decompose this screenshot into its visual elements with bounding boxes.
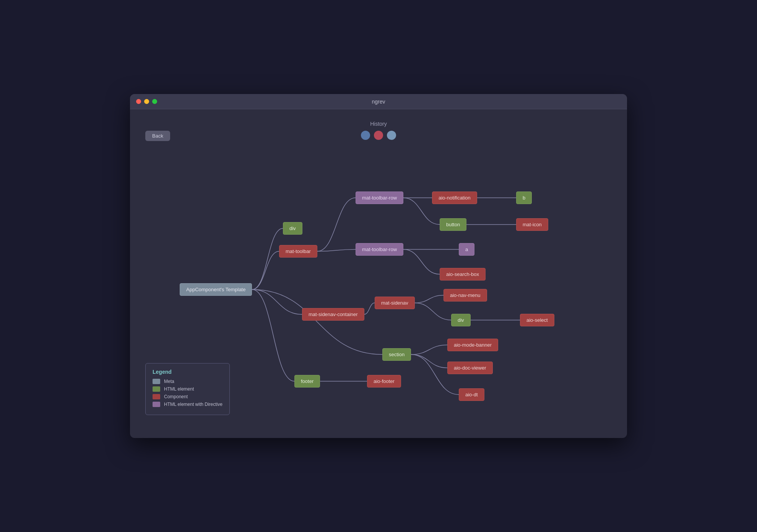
node-aiomodebanner[interactable]: aio-mode-banner bbox=[447, 339, 498, 351]
traffic-lights bbox=[136, 99, 157, 104]
history-label: History bbox=[370, 121, 387, 127]
node-div1[interactable]: div bbox=[283, 222, 302, 235]
app-window: ngrev Back History AppComponent's Templa… bbox=[130, 94, 627, 438]
legend-color-html bbox=[153, 386, 160, 392]
history-section: History bbox=[361, 121, 396, 140]
line-appcomp-matsidenav-container bbox=[252, 290, 302, 315]
close-button[interactable] bbox=[136, 99, 141, 104]
legend-item-html: HTML element bbox=[153, 386, 223, 392]
window-title: ngrev bbox=[372, 99, 385, 105]
node-aionotification[interactable]: aio-notification bbox=[432, 191, 477, 204]
node-aiodocviewer[interactable]: aio-doc-viewer bbox=[447, 362, 493, 374]
legend-label-directive: HTML element with Directive bbox=[164, 402, 223, 407]
node-a[interactable]: a bbox=[459, 243, 474, 256]
titlebar: ngrev bbox=[130, 94, 627, 109]
line-section-aiodt bbox=[411, 355, 459, 395]
back-button[interactable]: Back bbox=[145, 131, 170, 141]
node-mattoolbar[interactable]: mat-toolbar bbox=[279, 245, 317, 258]
node-appcomp[interactable]: AppComponent's Template bbox=[180, 283, 252, 296]
node-maticon[interactable]: mat-icon bbox=[516, 218, 548, 231]
legend-item-directive: HTML element with Directive bbox=[153, 402, 223, 407]
node-footer[interactable]: footer bbox=[294, 375, 320, 388]
node-mattoolbarrow1[interactable]: mat-toolbar-row bbox=[356, 191, 403, 204]
legend-color-meta bbox=[153, 379, 160, 384]
line-mattoolbar-mattoolbarrow1 bbox=[317, 198, 356, 251]
line-appcomp-div1 bbox=[252, 229, 283, 290]
line-appcomp-footer bbox=[252, 290, 294, 381]
legend-label-html: HTML element bbox=[164, 386, 194, 392]
history-dot-2[interactable] bbox=[374, 131, 383, 140]
history-dot-1[interactable] bbox=[361, 131, 370, 140]
minimize-button[interactable] bbox=[144, 99, 149, 104]
node-aiofooter[interactable]: aio-footer bbox=[367, 375, 401, 388]
line-matsidenav-container-matsidenav bbox=[364, 303, 375, 315]
history-dot-3[interactable] bbox=[387, 131, 396, 140]
legend-color-component bbox=[153, 394, 160, 399]
maximize-button[interactable] bbox=[152, 99, 157, 104]
line-mattoolbarrow2-aiosearchbox bbox=[403, 250, 440, 274]
line-matsidenav-div2 bbox=[415, 303, 451, 320]
node-div2[interactable]: div bbox=[451, 314, 471, 326]
legend-item-component: Component bbox=[153, 394, 223, 399]
node-mattoolbarrow2[interactable]: mat-toolbar-row bbox=[356, 243, 403, 256]
line-section-aiomodebanner bbox=[411, 345, 447, 355]
line-appcomp-section bbox=[252, 290, 382, 355]
node-b[interactable]: b bbox=[516, 191, 532, 204]
line-appcomp-mattoolbar bbox=[252, 251, 279, 290]
legend-title: Legend bbox=[153, 369, 223, 375]
node-matsidenav-container[interactable]: mat-sidenav-container bbox=[302, 308, 364, 321]
node-section[interactable]: section bbox=[382, 348, 411, 361]
line-mattoolbar-mattoolbarrow2 bbox=[317, 250, 356, 251]
node-button[interactable]: button bbox=[440, 218, 466, 231]
node-aioselect[interactable]: aio-select bbox=[520, 314, 554, 326]
history-dots bbox=[361, 131, 396, 140]
legend-label-component: Component bbox=[164, 394, 188, 399]
legend-label-meta: Meta bbox=[164, 379, 174, 384]
legend-color-directive bbox=[153, 402, 160, 407]
legend: Legend Meta HTML element Component HTML … bbox=[145, 363, 230, 415]
node-aionavmenu[interactable]: aio-nav-menu bbox=[443, 289, 487, 302]
graph-canvas: Back History AppComponent's Templatedivm… bbox=[130, 109, 627, 438]
legend-item-meta: Meta bbox=[153, 379, 223, 384]
node-aiosearchbox[interactable]: aio-search-box bbox=[440, 268, 486, 281]
line-matsidenav-aionavmenu bbox=[415, 295, 443, 303]
node-aiodt[interactable]: aio-dt bbox=[459, 388, 484, 401]
node-matsidenav[interactable]: mat-sidenav bbox=[375, 297, 415, 309]
line-section-aiodocviewer bbox=[411, 355, 447, 368]
